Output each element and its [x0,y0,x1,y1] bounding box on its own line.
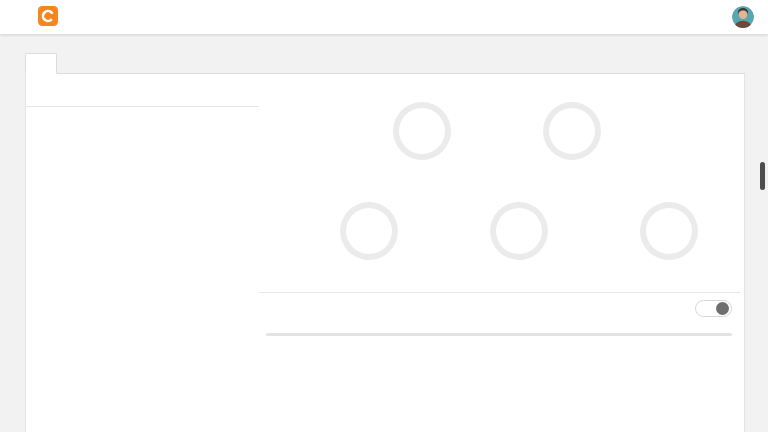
gauge-row-2 [294,194,744,260]
year-dropdown[interactable] [695,300,732,317]
gauge-center [549,108,595,154]
application-name-section [26,106,259,117]
gauge-ring [393,102,451,160]
legend-swatch [386,345,393,352]
storage-usage-toggle[interactable] [259,317,740,326]
canto-logo[interactable] [38,6,63,26]
gauge-ring [543,102,601,160]
legend-item-presentations [362,345,373,352]
canto-logo-icon [38,6,58,26]
legend-item-images [266,345,277,352]
account-panel [25,74,745,432]
gauge-workspaces [444,194,594,260]
storage-legend [259,336,740,352]
legend-swatch [362,345,369,352]
gauge-portals [294,194,444,260]
tab-bar [25,53,745,74]
gauge-ring [340,202,398,260]
legend-swatch [266,345,273,352]
legend-swatch [338,345,345,352]
legend-swatch [290,345,297,352]
gauge-admin-contributor-seats [347,94,497,160]
gauge-ring [490,202,548,260]
storage-chart [266,358,740,432]
top-bar [0,0,768,34]
scrollbar-thumb[interactable] [760,162,765,190]
storage-section [259,292,740,432]
year-dropdown-caret-icon [716,302,729,315]
storage-header [259,293,740,317]
gauge-center [346,208,392,254]
tab-overview[interactable] [25,53,57,74]
year-control [689,300,732,317]
gauge-row-1 [347,94,647,160]
legend-item-others [386,345,397,352]
company-form [26,74,259,123]
legend-item-audio [314,345,325,352]
usage-gauges [259,74,744,292]
gauge-center [496,208,542,254]
storage-chart-plot [290,362,734,432]
avatar-image [732,6,754,28]
gauge-center [399,108,445,154]
gauge-ring [640,202,698,260]
tab-branding[interactable] [57,53,87,74]
gauge-indesign-seats [594,194,744,260]
legend-item-documents [338,345,349,352]
legend-swatch [314,345,321,352]
gauge-consumer-seats [497,94,647,160]
gauge-center [646,208,692,254]
storage-progress-bar [266,333,732,336]
legend-item-videos [290,345,301,352]
user-avatar[interactable] [732,6,754,28]
